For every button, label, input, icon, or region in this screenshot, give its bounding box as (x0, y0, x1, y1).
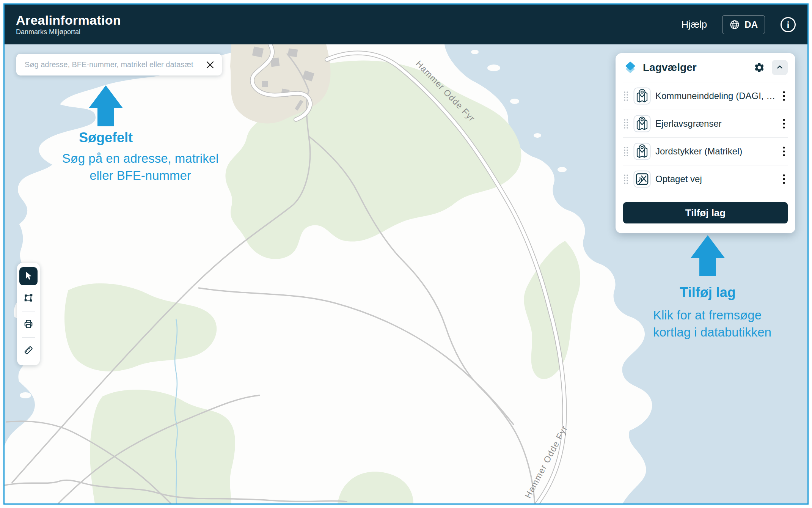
search-input[interactable] (24, 60, 204, 69)
layer-label: Kommuneinddeling (DAGI, 1:1… (655, 91, 776, 101)
layer-row: Ejerlavsgrænser (623, 110, 788, 138)
layer-options-button[interactable] (780, 116, 788, 132)
annotation-addlayer-line2: kortlag i databutikken (653, 324, 797, 341)
polygon-select-icon (24, 293, 33, 304)
map-pin-layer-icon (633, 115, 651, 132)
measure-tool-button[interactable] (19, 341, 38, 360)
language-label: DA (744, 19, 758, 30)
svg-text:i: i (787, 20, 790, 30)
kebab-menu-icon (782, 153, 785, 158)
gear-icon (754, 69, 765, 74)
layer-options-button[interactable] (780, 143, 788, 159)
layer-options-button[interactable] (780, 88, 788, 104)
layer-row: Jordstykker (Matrikel) (623, 138, 788, 165)
close-icon (206, 64, 214, 70)
drag-handle[interactable] (623, 146, 629, 157)
chevron-up-icon (776, 63, 784, 72)
drag-handle[interactable] (623, 118, 629, 129)
layer-panel: Lagvælger (616, 53, 795, 233)
info-button[interactable]: i (780, 17, 796, 33)
layer-panel-title: Lagvælger (643, 61, 747, 74)
annotation-search-title: Søgefelt (45, 130, 166, 146)
kebab-menu-icon (782, 180, 785, 186)
info-icon: i (780, 28, 796, 34)
layer-row: Kommuneinddeling (DAGI, 1:1… (623, 82, 788, 110)
annotation-arrow-up (691, 235, 725, 276)
add-layer-button[interactable]: Tilføj lag (623, 202, 788, 223)
annotation-arrow-up (89, 85, 123, 126)
help-link[interactable]: Hjælp (681, 19, 707, 30)
ruler-icon (24, 345, 33, 356)
annotation-search-line2: eller BFE-nummer (49, 167, 231, 184)
toolbar-divider (22, 311, 35, 311)
layer-row: Optaget vej (623, 165, 788, 193)
app-subtitle: Danmarks Miljøportal (16, 28, 121, 36)
kebab-menu-icon (782, 97, 785, 103)
map-pin-layer-icon (633, 87, 651, 105)
polygon-select-tool-button[interactable] (19, 289, 38, 307)
cursor-icon (24, 271, 33, 282)
annotation-search-text: Søg på en adresse, matrikel eller BFE-nu… (49, 150, 231, 184)
print-tool-button[interactable] (19, 315, 38, 333)
select-tool-button[interactable] (19, 267, 38, 285)
clear-search-button[interactable] (204, 59, 216, 71)
printer-icon (24, 319, 33, 330)
annotation-addlayer-title: Tilføj lag (647, 285, 768, 300)
layer-label: Optaget vej (655, 174, 776, 184)
layer-label: Ejerlavsgrænser (655, 118, 776, 129)
header-actions: Hjælp DA i (681, 15, 796, 34)
app-header: Arealinformation Danmarks Miljøportal Hj… (5, 5, 807, 44)
map-pin-layer-icon (633, 143, 651, 160)
collapse-panel-button[interactable] (772, 60, 788, 75)
toolbar-divider (22, 337, 35, 338)
road-layer-icon (633, 170, 651, 188)
kebab-menu-icon (782, 125, 785, 131)
layer-panel-header: Lagvælger (616, 53, 795, 82)
drag-handle[interactable] (623, 91, 629, 101)
annotation-search-line1: Søg på en adresse, matrikel (49, 150, 231, 167)
layer-settings-button[interactable] (752, 60, 766, 75)
map-toolbar (17, 263, 40, 365)
layer-label: Jordstykker (Matrikel) (655, 146, 776, 157)
drag-handle[interactable] (623, 174, 629, 184)
app-window: Arealinformation Danmarks Miljøportal Hj… (5, 5, 807, 503)
language-button[interactable]: DA (722, 15, 765, 34)
layer-options-button[interactable] (780, 171, 788, 187)
annotation-addlayer-text: Klik for at fremsøge kortlag i databutik… (653, 307, 797, 341)
layers-icon (623, 60, 638, 75)
globe-icon (729, 19, 740, 30)
annotation-addlayer-line1: Klik for at fremsøge (653, 307, 797, 324)
search-bar (16, 54, 222, 75)
app-title: Arealinformation (16, 13, 121, 27)
brand: Arealinformation Danmarks Miljøportal (16, 13, 121, 36)
